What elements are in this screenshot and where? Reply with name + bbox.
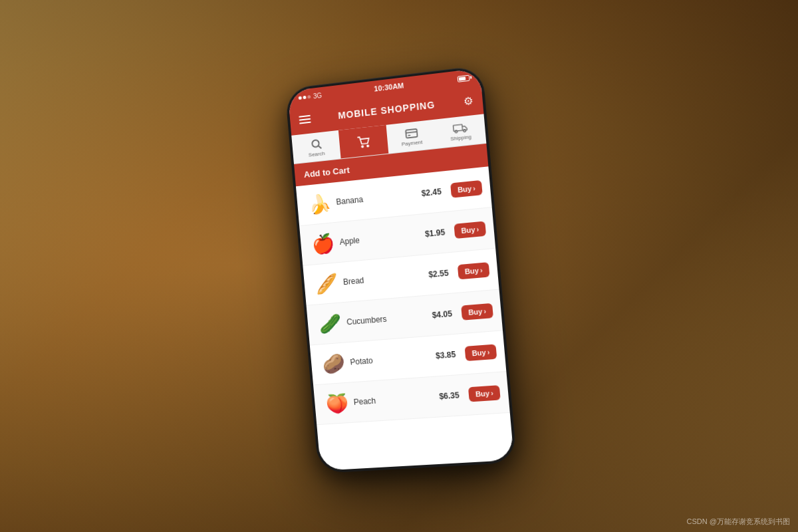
cucumbers-name: Cucumbers: [346, 311, 433, 327]
svg-point-8: [454, 130, 457, 133]
svg-point-0: [312, 140, 319, 147]
battery-fill: [459, 76, 466, 80]
buy-peach-chevron: ›: [491, 389, 493, 396]
apple-name: Apple: [339, 229, 425, 247]
buy-potato-chevron: ›: [487, 348, 489, 356]
cucumbers-image: 🥒: [315, 308, 345, 339]
buy-apple-label: Buy: [461, 225, 475, 235]
svg-point-2: [361, 146, 363, 148]
network-type: 3G: [313, 91, 323, 99]
tab-search[interactable]: Search: [291, 130, 340, 164]
bread-image: 🥖: [311, 268, 342, 299]
buy-bread-button[interactable]: Buy ›: [458, 262, 490, 279]
tab-shipping-label: Shipping: [450, 134, 471, 142]
app-title: MOBILE SHOPPING: [338, 99, 436, 121]
hamburger-line-2: [299, 118, 311, 121]
signal-dot-1: [299, 96, 302, 99]
tab-payment-label: Payment: [401, 139, 422, 147]
status-right: [458, 74, 470, 82]
menu-button[interactable]: [299, 115, 311, 124]
signal-dots: [299, 94, 311, 99]
tab-shipping[interactable]: Shipping: [434, 114, 486, 148]
tab-payment[interactable]: Payment: [386, 120, 438, 154]
product-list: 🍌 Banana $2.45 Buy › 🍎 Apple $1.95: [296, 166, 514, 470]
potato-name: Potato: [350, 351, 436, 366]
peach-name: Peach: [353, 392, 440, 406]
section-title: Add to Cart: [303, 165, 350, 180]
svg-rect-4: [406, 129, 418, 138]
buy-peach-button[interactable]: Buy ›: [468, 385, 501, 402]
svg-line-1: [318, 146, 321, 149]
buy-peach-label: Buy: [475, 389, 489, 398]
tab-search-label: Search: [309, 150, 325, 158]
hamburger-line-3: [299, 122, 311, 124]
buy-cucumbers-label: Buy: [468, 307, 483, 317]
status-left: 3G: [298, 91, 322, 101]
buy-bread-chevron: ›: [479, 267, 482, 274]
phone-shell: 3G 10:30AM: [285, 65, 517, 473]
buy-potato-button[interactable]: Buy ›: [464, 344, 497, 361]
apple-image: 🍎: [307, 228, 338, 259]
buy-apple-chevron: ›: [476, 225, 479, 233]
buy-bread-label: Buy: [464, 267, 479, 276]
settings-icon[interactable]: ⚙: [463, 94, 473, 108]
phone-screen-area: 3G 10:30AM: [287, 68, 514, 471]
buy-banana-button[interactable]: Buy ›: [450, 180, 483, 198]
shipping-icon: [452, 122, 468, 134]
phone-device: 3G 10:30AM: [285, 65, 517, 473]
buy-apple-button[interactable]: Buy ›: [454, 221, 486, 239]
cart-icon: [356, 135, 370, 148]
buy-banana-chevron: ›: [473, 184, 475, 192]
svg-rect-6: [408, 135, 410, 136]
apple-price: $1.95: [424, 227, 449, 239]
svg-point-9: [463, 129, 466, 132]
svg-rect-7: [453, 124, 462, 131]
svg-line-5: [406, 132, 417, 133]
peach-price: $6.35: [439, 390, 464, 401]
buy-cucumbers-chevron: ›: [483, 307, 486, 315]
banana-price: $2.45: [421, 186, 446, 198]
app-screen: 3G 10:30AM: [287, 68, 514, 471]
buy-potato-label: Buy: [471, 348, 486, 358]
status-time: 10:30AM: [374, 81, 404, 92]
tab-cart[interactable]: [338, 125, 388, 159]
hamburger-line-1: [299, 115, 311, 118]
battery-icon: [458, 74, 470, 82]
potato-price: $3.85: [435, 350, 460, 361]
bread-price: $2.55: [428, 268, 453, 279]
signal-dot-3: [307, 94, 311, 98]
search-icon: [309, 138, 322, 151]
cucumbers-price: $4.05: [432, 309, 456, 320]
bread-name: Bread: [342, 270, 429, 287]
scene-container: 3G 10:30AM: [0, 0, 798, 532]
peach-image: 🍑: [321, 388, 352, 418]
banana-image: 🍌: [304, 188, 334, 220]
svg-point-3: [366, 145, 368, 147]
signal-dot-2: [303, 95, 306, 98]
potato-image: 🥔: [318, 348, 348, 378]
payment-icon: [404, 128, 418, 140]
buy-cucumbers-button[interactable]: Buy ›: [461, 303, 493, 321]
buy-banana-label: Buy: [458, 184, 472, 194]
banana-name: Banana: [336, 189, 422, 207]
watermark: CSDN @万能存谢竞系统到书图: [687, 517, 790, 527]
